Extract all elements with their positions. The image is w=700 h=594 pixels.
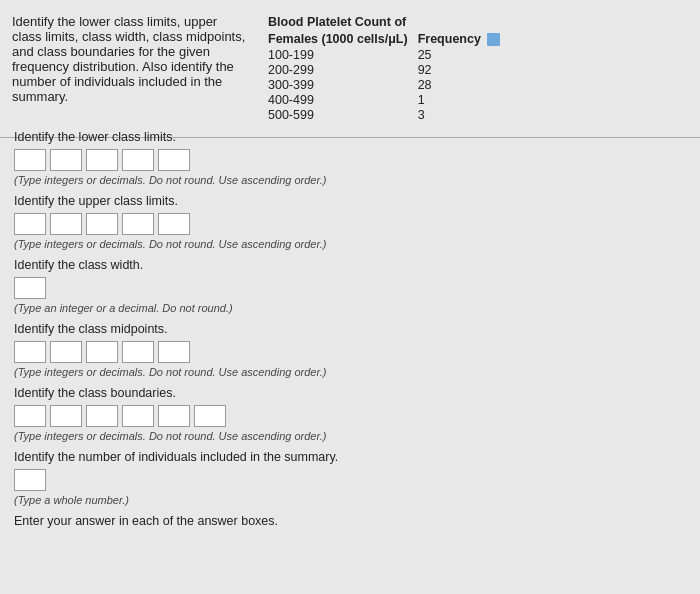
lower-limit-input-5[interactable]: [158, 149, 190, 171]
lower-limit-input-3[interactable]: [86, 149, 118, 171]
class-width-hint: (Type an integer or a decimal. Do not ro…: [14, 302, 686, 314]
individuals-section: Identify the number of individuals inclu…: [14, 450, 686, 506]
lower-limits-label: Identify the lower class limits.: [14, 130, 686, 144]
boundary-input-5[interactable]: [158, 405, 190, 427]
boundary-input-4[interactable]: [122, 405, 154, 427]
boundary-input-1[interactable]: [14, 405, 46, 427]
upper-limit-input-2[interactable]: [50, 213, 82, 235]
freq-cell: 92: [418, 63, 511, 78]
midpoints-inputs: [14, 341, 686, 363]
table-row: 300-399 28: [268, 78, 510, 93]
table-row: 200-299 92: [268, 63, 510, 78]
midpoint-input-3[interactable]: [86, 341, 118, 363]
col-header-range: Females (1000 cells/μL): [268, 32, 418, 48]
class-width-input[interactable]: [14, 277, 46, 299]
class-width-label: Identify the class width.: [14, 258, 686, 272]
frequency-table: Females (1000 cells/μL) Frequency 100-19…: [268, 32, 510, 123]
table-title-line1: Blood Platelet Count of: [268, 14, 510, 32]
upper-limits-inputs: [14, 213, 686, 235]
midpoints-label: Identify the class midpoints.: [14, 322, 686, 336]
upper-limit-input-3[interactable]: [86, 213, 118, 235]
table-row: 400-499 1: [268, 93, 510, 108]
boundaries-hint: (Type integers or decimals. Do not round…: [14, 430, 686, 442]
midpoint-input-2[interactable]: [50, 341, 82, 363]
range-cell: 200-299: [268, 63, 418, 78]
range-cell: 100-199: [268, 48, 418, 63]
freq-cell: 25: [418, 48, 511, 63]
midpoints-hint: (Type integers or decimals. Do not round…: [14, 366, 686, 378]
description-text: Identify the lower class limits, upper c…: [12, 14, 246, 104]
frequency-icon: [487, 33, 500, 46]
boundaries-section: Identify the class boundaries. (Type int…: [14, 386, 686, 442]
lower-limit-input-4[interactable]: [122, 149, 154, 171]
upper-limit-input-4[interactable]: [122, 213, 154, 235]
boundary-input-2[interactable]: [50, 405, 82, 427]
range-cell: 400-499: [268, 93, 418, 108]
freq-cell: 28: [418, 78, 511, 93]
class-width-section: Identify the class width. (Type an integ…: [14, 258, 686, 314]
individuals-inputs: [14, 469, 686, 491]
individuals-hint: (Type a whole number.): [14, 494, 686, 506]
main-container: Identify the lower class limits, upper c…: [0, 0, 700, 594]
boundary-input-6[interactable]: [194, 405, 226, 427]
upper-limit-input-1[interactable]: [14, 213, 46, 235]
table-row: 100-199 25: [268, 48, 510, 63]
range-cell: 300-399: [268, 78, 418, 93]
boundaries-label: Identify the class boundaries.: [14, 386, 686, 400]
lower-limits-hint: (Type integers or decimals. Do not round…: [14, 174, 686, 186]
upper-limits-hint: (Type integers or decimals. Do not round…: [14, 238, 686, 250]
upper-limit-input-5[interactable]: [158, 213, 190, 235]
lower-limits-inputs: [14, 149, 686, 171]
col-header-frequency: Frequency: [418, 32, 511, 48]
lower-limit-input-1[interactable]: [14, 149, 46, 171]
freq-cell: 1: [418, 93, 511, 108]
midpoint-input-4[interactable]: [122, 341, 154, 363]
boundaries-inputs: [14, 405, 686, 427]
individuals-input[interactable]: [14, 469, 46, 491]
boundary-input-3[interactable]: [86, 405, 118, 427]
individuals-label: Identify the number of individuals inclu…: [14, 450, 686, 464]
midpoint-input-1[interactable]: [14, 341, 46, 363]
midpoints-section: Identify the class midpoints. (Type inte…: [14, 322, 686, 378]
lower-limits-section: Identify the lower class limits. (Type i…: [14, 130, 686, 186]
midpoint-input-5[interactable]: [158, 341, 190, 363]
description-panel: Identify the lower class limits, upper c…: [0, 10, 258, 127]
frequency-table-panel: Blood Platelet Count of Females (1000 ce…: [258, 10, 510, 127]
bottom-note: Enter your answer in each of the answer …: [14, 514, 686, 528]
upper-limits-label: Identify the upper class limits.: [14, 194, 686, 208]
class-width-inputs: [14, 277, 686, 299]
lower-limit-input-2[interactable]: [50, 149, 82, 171]
upper-limits-section: Identify the upper class limits. (Type i…: [14, 194, 686, 250]
